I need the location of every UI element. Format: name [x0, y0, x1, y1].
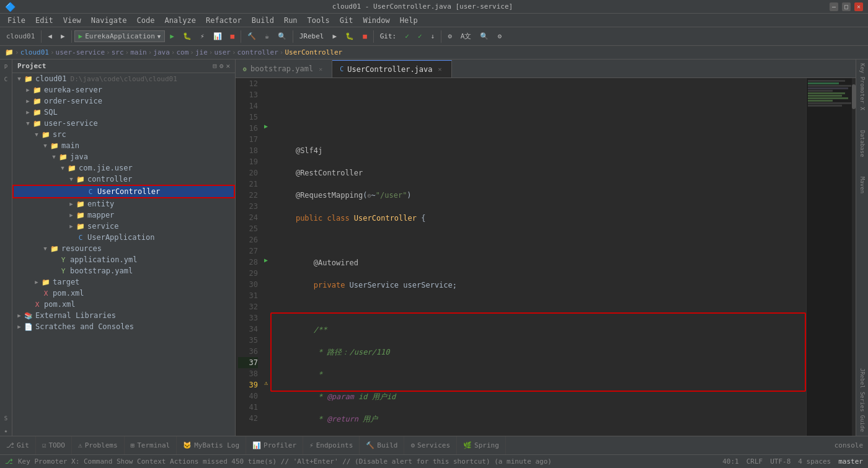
tree-pom-user[interactable]: X pom.xml [12, 288, 235, 299]
run-with-coverage[interactable]: ⚡ [197, 31, 208, 42]
tab-mybatis-log[interactable]: 🐱 MyBatis Log [177, 436, 246, 454]
breadcrumb-jie[interactable]: jie [195, 48, 208, 56]
project-selector[interactable]: cloud01 [2, 31, 38, 42]
jrebel-series-guide-icon[interactable]: JRebel Series Guide [858, 364, 867, 436]
project-tool-icon[interactable]: P [4, 62, 7, 72]
project-collapse-all[interactable]: ⊟ [213, 62, 217, 70]
tree-com-jie-user[interactable]: ▼ 📁 com.jie.user [12, 162, 235, 174]
forward-button[interactable]: ▶ [57, 31, 69, 42]
settings2-button[interactable]: ⚙ [494, 31, 505, 42]
tab-usercontroller[interactable]: C UserController.java ✕ [332, 60, 451, 77]
code-content[interactable]: @Slf4j @RestController @RequestMapping(⊙… [273, 78, 806, 436]
tab-build[interactable]: 🔨 Build [360, 436, 404, 454]
settings-button[interactable]: ⚙ [444, 31, 456, 42]
close-usercontroller-tab[interactable]: ✕ [436, 65, 444, 73]
git-status[interactable]: ✓ [401, 31, 413, 42]
tree-root[interactable]: ▼ 📁 cloud01 D:\java\code\cloud\cloud01 [12, 73, 235, 84]
git-pull[interactable]: ↓ [427, 31, 439, 42]
tab-bootstrap-yaml[interactable]: ⚙ bootstrap.yaml ✕ [236, 60, 332, 77]
close-button[interactable]: ✕ [854, 2, 863, 11]
commit-icon[interactable]: C [4, 74, 7, 84]
tree-application-yml[interactable]: Y application.yml [12, 254, 235, 265]
git-branch[interactable]: master [838, 457, 863, 466]
tab-git[interactable]: ⎇ Git [0, 436, 36, 454]
menu-file[interactable]: File [2, 15, 30, 26]
tree-user-service[interactable]: ▼ 📁 user-service [12, 118, 235, 129]
project-hide[interactable]: ✕ [226, 62, 230, 70]
tree-userapplication[interactable]: C UserApplication [12, 232, 235, 243]
menu-refactor[interactable]: Refactor [201, 15, 247, 26]
menu-view[interactable]: View [58, 15, 86, 26]
back-button[interactable]: ◀ [44, 31, 56, 42]
tab-services[interactable]: ⚙ Services [404, 436, 457, 454]
tree-controller[interactable]: ▼ 📁 controller [12, 174, 235, 185]
tree-main[interactable]: ▼ 📁 main [12, 140, 235, 151]
tree-usercontroller[interactable]: C UserController [12, 185, 235, 198]
jrebel-start[interactable]: ▶ [329, 31, 341, 42]
breadcrumb-main[interactable]: main [130, 48, 147, 56]
tree-resources[interactable]: ▼ 📁 resources [12, 243, 235, 254]
tree-service[interactable]: ▶ 📁 service [12, 221, 235, 232]
tab-terminal[interactable]: ⊞ Terminal [125, 436, 177, 454]
structure-icon[interactable]: S [4, 413, 7, 423]
favorites-icon[interactable]: ★ [4, 426, 7, 436]
run-gutter-icon-28[interactable]: ▶ [264, 257, 268, 263]
sdk-button[interactable]: ☕ [261, 31, 273, 42]
tab-problems[interactable]: ⚠ Problems [72, 436, 125, 454]
menu-tools[interactable]: Tools [303, 15, 335, 26]
jrebel-debug[interactable]: 🐛 [342, 31, 358, 42]
tab-spring[interactable]: 🌿 Spring [457, 436, 506, 454]
stop-button[interactable]: ■ [227, 31, 239, 42]
close-bootstrap-tab[interactable]: ✕ [317, 65, 324, 73]
tree-sql[interactable]: ▶ 📁 SQL [12, 107, 235, 118]
tab-profiler[interactable]: 📊 Profiler [246, 436, 303, 454]
minimap-scrollbar[interactable] [852, 78, 856, 436]
run-gutter-icon-16[interactable]: ▶ [264, 123, 268, 130]
tree-bootstrap-yaml[interactable]: Y bootstrap.yaml [12, 265, 235, 276]
breadcrumb-src[interactable]: src [112, 48, 124, 56]
tree-external-libs[interactable]: ▶ 📚 External Libraries [12, 310, 235, 321]
tab-todo[interactable]: ☑ TODO [36, 436, 72, 454]
menu-edit[interactable]: Edit [30, 15, 58, 26]
warning-gutter-icon-39[interactable]: ⚠ [264, 379, 268, 386]
menu-build[interactable]: Build [247, 15, 279, 26]
search-button[interactable]: 🔍 [476, 31, 492, 42]
menu-run[interactable]: Run [279, 15, 303, 26]
breadcrumb-user[interactable]: user [214, 48, 231, 56]
tree-order-service[interactable]: ▶ 📁 order-service [12, 95, 235, 107]
key-promoter-icon[interactable]: Key Promoter X [858, 60, 867, 114]
menu-navigate[interactable]: Navigate [86, 15, 132, 26]
build-project[interactable]: 🔨 [244, 31, 260, 42]
line-ending[interactable]: CRLF [746, 457, 763, 466]
breadcrumb-cloud01[interactable]: cloud01 [20, 48, 49, 56]
tab-endpoints[interactable]: ⚡ Endpoints [303, 436, 360, 454]
minimize-button[interactable]: — [830, 2, 838, 11]
menu-help[interactable]: Help [395, 15, 423, 26]
indent[interactable]: 4 spaces [798, 457, 831, 466]
menu-git[interactable]: Git [335, 15, 358, 26]
translate-button[interactable]: A文 [457, 30, 476, 42]
tree-eureka-server[interactable]: ▶ 📁 eureka-server [12, 84, 235, 95]
tree-java[interactable]: ▼ 📁 java [12, 151, 235, 162]
breadcrumb-java[interactable]: java [153, 48, 170, 56]
breadcrumb-usercontroller[interactable]: UserController [285, 48, 342, 56]
charset[interactable]: UTF-8 [770, 457, 790, 466]
git-push[interactable]: ✓ [414, 31, 426, 42]
debug-button[interactable]: 🐛 [179, 31, 195, 42]
maven-icon[interactable]: Maven [858, 173, 867, 197]
run-config-dropdown[interactable]: ▶ EurekaApplication ▼ [74, 30, 166, 42]
tree-pom-root[interactable]: X pom.xml [12, 299, 235, 310]
tree-entity[interactable]: ▶ 📁 entity [12, 198, 235, 210]
menu-code[interactable]: Code [132, 15, 160, 26]
jrebel-stop[interactable]: ■ [359, 31, 371, 42]
cursor-position[interactable]: 40:1 [722, 457, 739, 466]
tree-mapper[interactable]: ▶ 📁 mapper [12, 210, 235, 221]
search-everywhere[interactable]: 🔍 [274, 31, 290, 42]
breadcrumb-user-service[interactable]: user-service [56, 48, 105, 56]
tree-src[interactable]: ▼ 📁 src [12, 129, 235, 140]
database-icon[interactable]: Database [858, 126, 867, 161]
tree-target[interactable]: ▶ 📁 target [12, 276, 235, 288]
breadcrumb-controller[interactable]: controller [237, 48, 278, 56]
maximize-button[interactable]: □ [842, 2, 851, 11]
run-button[interactable]: ▶ [166, 31, 178, 42]
